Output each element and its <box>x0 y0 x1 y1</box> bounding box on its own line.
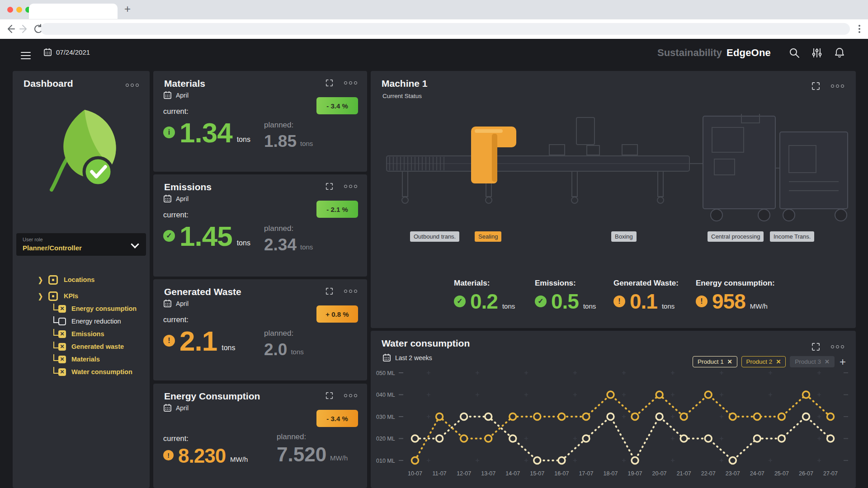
checked-box-icon[interactable]: ✕ <box>58 330 66 338</box>
machine-label-outbound-trans-[interactable]: Outbound trans. <box>410 231 459 242</box>
stat-label: Emissions: <box>535 279 596 288</box>
search-icon[interactable] <box>788 47 800 59</box>
fullscreen-icon[interactable] <box>326 183 333 190</box>
warning-icon: ! <box>163 335 175 347</box>
browser-menu-icon[interactable] <box>854 23 864 34</box>
sidebar-item-locations[interactable]: ❯Locations <box>38 273 146 286</box>
product-filter-chips: Product 1✕Product 2✕Product 3✕+ <box>693 356 847 367</box>
stat-label: Materials: <box>454 279 515 288</box>
planned-value: 1.85 <box>264 134 297 148</box>
data-point <box>778 435 785 442</box>
filter-sliders-icon[interactable] <box>811 47 823 59</box>
sidebar-item-energy-reduction[interactable]: ✕Energy reduction <box>38 315 146 328</box>
sealing-unit-highlight <box>471 127 516 183</box>
data-point <box>461 435 467 442</box>
browser-toolbar <box>0 19 868 39</box>
back-icon[interactable] <box>5 23 16 35</box>
fullscreen-icon[interactable] <box>326 287 333 295</box>
more-options-icon[interactable] <box>831 84 844 88</box>
x-tick-label: 12-07 <box>457 470 471 477</box>
x-tick-label: 26-07 <box>799 470 813 477</box>
planned-unit: tons <box>291 348 303 357</box>
water-actions <box>811 343 844 351</box>
kpi-card-emissions: EmissionsAprilcurrent:- 2.1 %✓1.45tonspl… <box>153 174 367 277</box>
url-input[interactable] <box>41 23 850 35</box>
warning-icon: ! <box>696 296 708 307</box>
add-product-button[interactable]: + <box>839 357 847 366</box>
machine-stat-generated-waste-: Generated Waste:!0.1tons <box>613 279 679 310</box>
more-options-icon[interactable] <box>344 394 357 397</box>
notifications-bell-icon[interactable] <box>834 47 845 59</box>
sidebar-item-energy-consumption[interactable]: ✕Energy consumption <box>38 302 146 315</box>
x-tick-label: 11-07 <box>433 470 447 477</box>
card-period[interactable]: April <box>163 299 189 308</box>
tree-label: Emissions <box>71 330 104 338</box>
chip-product-2[interactable]: Product 2✕ <box>741 356 786 367</box>
x-tick-label: 22-07 <box>701 470 716 477</box>
hamburger-menu-icon[interactable] <box>21 50 31 57</box>
data-point <box>632 413 638 420</box>
checked-box-icon[interactable]: ✕ <box>58 356 66 363</box>
fullscreen-icon[interactable] <box>326 79 333 87</box>
close-icon[interactable]: ✕ <box>825 358 830 365</box>
data-point <box>729 457 736 464</box>
data-point <box>802 413 809 420</box>
tree-label: KPIs <box>64 292 78 300</box>
fullscreen-icon[interactable] <box>326 392 333 399</box>
minimize-window-button[interactable] <box>16 7 22 13</box>
data-point <box>754 435 760 442</box>
sidebar-item-emissions[interactable]: ✕Emissions <box>38 328 146 340</box>
tree-label: Locations <box>64 276 94 283</box>
chip-product-3[interactable]: Product 3✕ <box>790 356 835 367</box>
planned-value: 7.520 <box>277 446 326 463</box>
sidebar-item-kpis[interactable]: ❯KPIs <box>38 290 146 302</box>
close-icon[interactable]: ✕ <box>776 358 781 365</box>
new-tab-button[interactable]: + <box>121 3 134 15</box>
unchecked-box-icon[interactable]: ✕ <box>58 318 66 325</box>
browser-tab[interactable] <box>29 4 118 19</box>
water-period[interactable]: Last 2 weeks <box>382 353 432 362</box>
more-options-icon[interactable] <box>126 84 139 87</box>
fullscreen-icon[interactable] <box>811 82 820 90</box>
checked-box-icon[interactable]: ✕ <box>58 305 66 313</box>
forward-icon[interactable] <box>18 23 30 35</box>
card-period[interactable]: April <box>163 404 189 412</box>
checked-box-icon[interactable]: ✕ <box>58 343 66 351</box>
card-period[interactable]: April <box>163 91 189 99</box>
x-tick-label: 24-07 <box>750 470 764 477</box>
chip-product-1[interactable]: Product 1✕ <box>693 356 737 367</box>
sidebar-item-materials[interactable]: ✕Materials <box>38 353 146 366</box>
chevron-right-icon[interactable]: ❯ <box>38 292 43 300</box>
sidebar-item-generated-waste[interactable]: ✕Generated waste <box>38 340 146 353</box>
date-picker[interactable]: 07/24/2021 <box>43 48 90 56</box>
planned-block: planned:7.520MW/h <box>277 432 348 463</box>
machine-actions <box>811 82 844 90</box>
fullscreen-icon[interactable] <box>811 343 820 351</box>
tree-connector <box>53 342 58 348</box>
more-options-icon[interactable] <box>344 185 357 188</box>
stat-unit: tons <box>583 302 596 310</box>
machine-label-sealing[interactable]: Sealing <box>475 231 501 242</box>
close-window-button[interactable] <box>7 7 13 13</box>
machine-label-boxing[interactable]: Boxing <box>611 231 637 242</box>
machine-label-central-processing[interactable]: Central processing <box>708 231 764 242</box>
card-period[interactable]: April <box>163 194 189 203</box>
data-point <box>680 435 687 442</box>
machine-label-income-trans-[interactable]: Income Trans. <box>770 231 814 242</box>
leaf-icon <box>38 102 128 197</box>
current-date: 07/24/2021 <box>56 48 90 56</box>
chevron-right-icon[interactable]: ❯ <box>38 276 43 284</box>
data-point <box>412 435 419 442</box>
more-options-icon[interactable] <box>344 81 357 84</box>
checked-box-icon[interactable]: ✕ <box>58 368 66 376</box>
sidebar-item-water-consumption[interactable]: ✕Water consumption <box>38 366 146 378</box>
close-icon[interactable]: ✕ <box>727 358 732 365</box>
user-role-select[interactable]: User role Planner/Controller <box>16 233 146 256</box>
data-point <box>509 413 516 420</box>
more-options-icon[interactable] <box>831 345 844 348</box>
sidebar-panel: Dashboard User role Planner/Controller ❯… <box>13 71 150 488</box>
data-point <box>778 413 785 420</box>
more-options-icon[interactable] <box>344 290 357 293</box>
tree-connector <box>53 329 58 336</box>
tree-connector <box>53 354 58 361</box>
